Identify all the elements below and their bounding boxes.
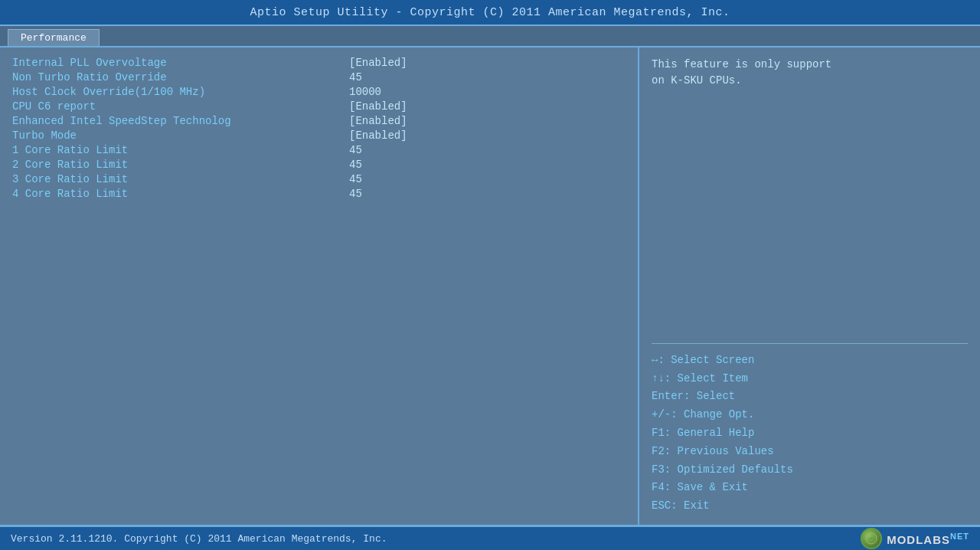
menu-item[interactable]: 2 Core Ratio Limit45 [12,159,626,171]
menu-item[interactable]: 1 Core Ratio Limit45 [12,144,626,156]
footer-logo: MODLABSNET [861,528,969,549]
tab-performance[interactable]: Performance [8,29,100,46]
menu-item-label: Internal PLL Overvoltage [12,57,349,69]
menu-item[interactable]: Enhanced Intel SpeedStep Technolog[Enabl… [12,115,626,127]
menu-item[interactable]: Internal PLL Overvoltage[Enabled] [12,57,626,69]
divider [652,343,968,344]
key-help-item: F1: General Help [652,424,968,443]
menu-item[interactable]: CPU C6 report[Enabled] [12,100,626,113]
menu-item[interactable]: 4 Core Ratio Limit45 [12,188,626,200]
menu-item-label: Host Clock Override(1/100 MHz) [12,86,349,98]
help-text: This feature is only support on K-SKU CP… [652,57,968,336]
menu-item-label: 2 Core Ratio Limit [12,159,349,171]
key-help-item: ↑↓: Select Item [652,370,968,388]
help-line1: This feature is only support [652,58,831,70]
menu-item-label: CPU C6 report [12,100,349,113]
menu-item-value: [Enabled] [349,57,407,69]
menu-item-label: 1 Core Ratio Limit [12,144,349,156]
header-bar: Aptio Setup Utility - Copyright (C) 2011… [0,0,980,26]
menu-item-label: Non Turbo Ratio Override [12,71,349,83]
key-help-item: ↔: Select Screen [652,352,968,370]
menu-item-value: 45 [349,144,362,156]
key-help: ↔: Select Screen↑↓: Select ItemEnter: Se… [652,352,968,516]
tab-row: Performance [0,26,980,47]
main-area: Internal PLL Overvoltage[Enabled]Non Tur… [0,47,980,525]
menu-item-value: 45 [349,71,362,83]
menu-item[interactable]: Host Clock Override(1/100 MHz)10000 [12,86,626,98]
key-help-item: F2: Previous Values [652,443,968,461]
menu-item-label: Turbo Mode [12,129,349,142]
menu-item-value: 45 [349,173,362,185]
menu-item-value: 10000 [349,86,381,98]
menu-item-value: [Enabled] [349,115,407,127]
menu-item-label: 4 Core Ratio Limit [12,188,349,200]
footer-text: Version 2.11.1210. Copyright (C) 2011 Am… [11,533,387,545]
menu-item-value: 45 [349,159,362,171]
menu-item[interactable]: Non Turbo Ratio Override45 [12,71,626,83]
menu-item-value: [Enabled] [349,129,407,142]
menu-item-label: 3 Core Ratio Limit [12,173,349,185]
footer-bar: Version 2.11.1210. Copyright (C) 2011 Am… [0,525,980,550]
header-title: Aptio Setup Utility - Copyright (C) 2011… [250,6,730,19]
menu-item-value: [Enabled] [349,100,407,113]
key-help-item: ESC: Exit [652,497,968,516]
right-panel: This feature is only support on K-SKU CP… [639,47,980,525]
menu-item[interactable]: 3 Core Ratio Limit45 [12,173,626,185]
key-help-item: +/-: Change Opt. [652,406,968,424]
logo-brand-text: MODLABSNET [887,532,969,546]
menu-item-label: Enhanced Intel SpeedStep Technolog [12,115,349,127]
menu-item-value: 45 [349,188,362,200]
key-help-item: F3: Optimized Defaults [652,461,968,480]
left-panel: Internal PLL Overvoltage[Enabled]Non Tur… [0,47,639,525]
menu-item[interactable]: Turbo Mode[Enabled] [12,129,626,142]
help-line2: on K-SKU CPUs. [652,74,742,87]
key-help-item: Enter: Select [652,388,968,406]
logo-circle-icon [861,528,882,549]
key-help-item: F4: Save & Exit [652,479,968,497]
